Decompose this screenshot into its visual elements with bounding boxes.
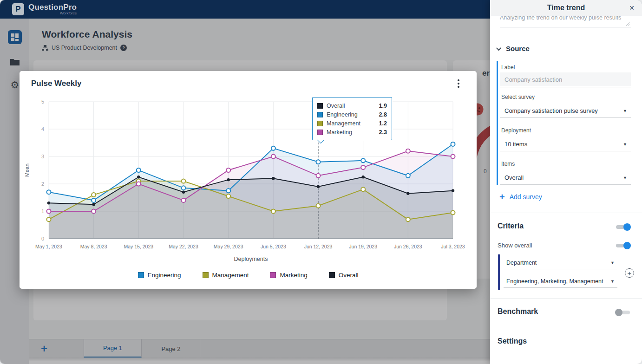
panel-header: Time trend ✕	[490, 0, 642, 16]
close-icon[interactable]: ✕	[629, 4, 635, 12]
legend-swatch	[270, 272, 276, 278]
time-trend-panel: Time trend ✕ Analyzing the trend on our …	[490, 0, 642, 364]
tooltip-row: Marketing2.3	[317, 128, 387, 136]
criteria-accent-bar	[498, 254, 500, 290]
tooltip-row: Management1.2	[317, 119, 387, 128]
svg-text:May 15, 2023: May 15, 2023	[124, 244, 154, 249]
items-select[interactable]: Overall▼	[500, 171, 631, 185]
items-field-label: Items	[501, 161, 515, 167]
tooltip-swatch	[317, 112, 323, 117]
deployment-field-label: Deployment	[501, 127, 531, 134]
svg-text:Mean: Mean	[24, 163, 30, 177]
caret-down-icon: ▼	[610, 279, 615, 284]
svg-text:May 8, 2023: May 8, 2023	[80, 244, 107, 249]
brand-name: QuestionPro	[28, 3, 77, 11]
divider	[490, 328, 642, 328]
label-field-label: Label	[501, 64, 515, 71]
settings-header: Settings	[498, 337, 527, 345]
brand-subtitle: Workforce	[28, 12, 77, 15]
legend-swatch	[203, 272, 209, 278]
tooltip-row: Engineering2.8	[317, 110, 387, 119]
legend-item[interactable]: Engineering	[138, 272, 181, 279]
caret-down-icon: ▼	[623, 142, 627, 147]
tooltip-series-name: Management	[327, 120, 375, 127]
benchmark-header: Benchmark	[498, 307, 538, 316]
questionpro-logo-icon: P	[12, 3, 24, 15]
legend-label: Engineering	[148, 272, 181, 279]
resize-handle-icon[interactable]	[626, 22, 630, 26]
svg-text:Jun 19, 2023: Jun 19, 2023	[349, 244, 377, 249]
svg-text:4: 4	[41, 126, 44, 132]
tooltip-series-name: Marketing	[327, 129, 375, 136]
tooltip-series-value: 2.8	[379, 111, 387, 118]
show-overall-toggle[interactable]	[615, 241, 631, 250]
legend-item[interactable]: Overall	[329, 272, 359, 279]
caret-down-icon: ▼	[623, 176, 627, 180]
source-accent-bar	[497, 61, 498, 185]
criteria-header: Criteria	[498, 222, 524, 230]
card-title: Pulse Weekly	[31, 79, 81, 88]
svg-text:Jun 12, 2023: Jun 12, 2023	[304, 244, 333, 249]
legend-label: Management	[212, 272, 249, 279]
divider	[490, 213, 642, 213]
criteria-values-select[interactable]: Engineering, Marketing, Management▼	[504, 275, 617, 288]
chart-legend: EngineeringManagementMarketingOverall	[20, 272, 477, 279]
kebab-menu-icon[interactable]	[454, 78, 463, 89]
legend-item[interactable]: Marketing	[270, 272, 307, 279]
svg-text:Jun 26, 2023: Jun 26, 2023	[394, 244, 422, 249]
survey-field-label: Select survey	[501, 94, 535, 100]
deployment-select[interactable]: 10 items▼	[500, 137, 631, 151]
show-overall-label: Show overall	[498, 242, 532, 249]
svg-text:2: 2	[41, 181, 44, 187]
survey-select[interactable]: Company satisfaction pulse survey▼	[500, 104, 631, 118]
tooltip-series-name: Engineering	[327, 111, 375, 118]
add-criteria-icon[interactable]: +	[625, 268, 634, 278]
tooltip-series-value: 1.2	[379, 120, 387, 127]
svg-text:May 29, 2023: May 29, 2023	[214, 244, 243, 249]
svg-text:Deployments: Deployments	[234, 256, 268, 262]
criteria-toggle[interactable]	[615, 223, 631, 231]
plus-icon: +	[499, 192, 505, 202]
svg-text:0: 0	[41, 236, 44, 241]
caret-down-icon: ▼	[623, 109, 627, 113]
caret-down-icon: ▼	[610, 260, 615, 265]
panel-title: Time trend	[547, 4, 585, 12]
tooltip-swatch	[317, 103, 323, 109]
pulse-chart-svg: 012345May 1, 2023May 8, 2023May 15, 2023…	[20, 95, 477, 266]
label-input[interactable]	[500, 72, 631, 87]
legend-swatch	[138, 272, 144, 278]
legend-swatch	[329, 272, 335, 278]
svg-text:May 22, 2023: May 22, 2023	[169, 244, 198, 249]
description-textarea[interactable]: Analyzing the trend on our weekly pulse …	[500, 16, 631, 27]
chevron-down-icon	[496, 45, 501, 50]
source-section-header[interactable]: Source	[498, 45, 530, 52]
tooltip-row: Overall1.9	[317, 101, 387, 110]
tooltip-swatch	[317, 130, 323, 135]
svg-text:5: 5	[41, 99, 44, 104]
svg-text:1: 1	[41, 208, 44, 214]
add-survey-button[interactable]: + Add survey	[499, 192, 542, 202]
svg-text:3: 3	[41, 154, 44, 159]
svg-text:Jul 3, 2023: Jul 3, 2023	[441, 244, 465, 249]
tooltip-series-name: Overall	[327, 103, 375, 109]
svg-text:May 1, 2023: May 1, 2023	[35, 244, 62, 249]
tooltip-series-value: 1.9	[379, 103, 387, 109]
app-window: P QuestionPro Workforce ⚙ Workforce Anal…	[0, 0, 642, 364]
legend-item[interactable]: Management	[203, 272, 249, 279]
svg-text:Jun 5, 2023: Jun 5, 2023	[261, 244, 286, 249]
divider	[490, 298, 642, 299]
tooltip-swatch	[317, 121, 323, 126]
legend-label: Marketing	[280, 272, 307, 279]
chart-tooltip: Overall1.9Engineering2.8Management1.2Mar…	[312, 97, 392, 140]
criteria-field-select[interactable]: Department▼	[504, 256, 617, 269]
legend-label: Overall	[339, 272, 359, 279]
tooltip-series-value: 2.3	[379, 129, 387, 136]
benchmark-toggle[interactable]	[615, 308, 631, 317]
card-header: Pulse Weekly	[20, 71, 477, 95]
pulse-weekly-card: Pulse Weekly 012345May 1, 2023May 8, 202…	[20, 71, 477, 289]
